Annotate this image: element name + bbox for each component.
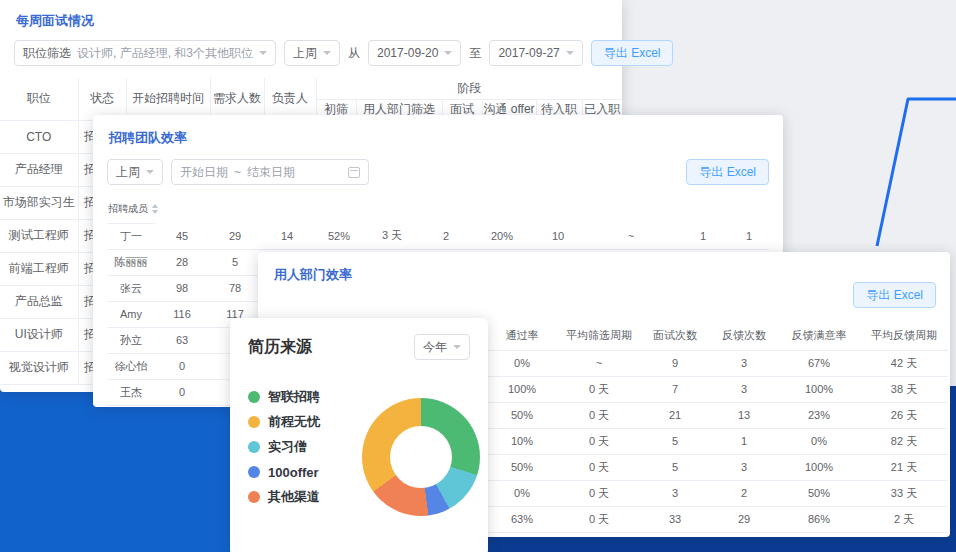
chevron-down-icon <box>259 51 267 59</box>
legend-item[interactable]: 100offer <box>248 465 358 479</box>
export-excel-button[interactable]: 导出 Excel <box>591 40 674 66</box>
column-header: 负责人 <box>264 78 316 120</box>
table-cell: 0 天 <box>558 480 640 506</box>
chevron-down-icon <box>146 170 154 178</box>
end-date-placeholder: 结束日期 <box>247 164 295 181</box>
legend-item[interactable]: 其他渠道 <box>248 490 358 504</box>
table-cell: 3 <box>710 454 778 480</box>
table-cell: 33 天 <box>860 480 948 506</box>
weekly-panel-title: 每周面试情况 <box>16 12 606 30</box>
table-cell: 10 <box>531 223 585 249</box>
department-table-header-row: 通过率平均筛选周期面试次数反馈次数反馈满意率平均反馈周期 <box>486 322 948 350</box>
column-header: 状态 <box>78 78 126 120</box>
table-cell: 3 天 <box>365 223 419 249</box>
chevron-down-icon <box>323 51 331 59</box>
table-row: 100%0 天73100%38 天 <box>486 376 948 402</box>
table-row: 63%0 天332986%2 天 <box>486 506 948 532</box>
resume-source-donut-chart[interactable] <box>362 398 480 516</box>
period-select-value: 今年 <box>423 339 447 356</box>
table-cell: 42 天 <box>860 350 948 376</box>
table-cell: 50% <box>778 480 860 506</box>
column-header: 反馈次数 <box>710 322 778 350</box>
table-row: 丁一45291452%3 天220%10~11 <box>107 223 769 249</box>
to-date-select[interactable]: 2017-09-27 <box>489 40 582 66</box>
team-panel-title: 招聘团队效率 <box>109 129 767 147</box>
from-date-value: 2017-09-20 <box>377 46 438 60</box>
table-cell: 14 <box>261 223 313 249</box>
table-cell: 86% <box>778 506 860 532</box>
table-cell: 0 天 <box>558 454 640 480</box>
team-filters: 上周 开始日期 ~ 结束日期 导出 Excel <box>107 159 769 185</box>
calendar-icon <box>348 167 360 178</box>
export-excel-button[interactable]: 导出 Excel <box>686 159 769 185</box>
resume-source-panel: 简历来源 今年 智联招聘前程无忧实习僧100offer其他渠道 <box>230 318 488 552</box>
legend-dot <box>248 441 260 453</box>
member-header-label: 招聘成员 <box>108 203 148 214</box>
table-cell: 3 <box>710 376 778 402</box>
table-cell: 0 天 <box>558 506 640 532</box>
table-cell: 9 <box>640 350 710 376</box>
table-cell: 丁一 <box>107 223 155 249</box>
recruiting-dashboard: 每周面试情况 职位筛选 设计师, 产品经理, 和3个其他职位 上周 从 2017… <box>0 0 956 552</box>
table-cell: 38 天 <box>860 376 948 402</box>
resume-source-legend: 智联招聘前程无忧实习僧100offer其他渠道 <box>248 390 358 504</box>
table-cell: 5 <box>209 249 261 275</box>
date-range-picker[interactable]: 开始日期 ~ 结束日期 <box>171 159 369 185</box>
table-row: 0%0 天3250%33 天 <box>486 480 948 506</box>
table-cell: 100% <box>778 454 860 480</box>
table-cell: 陈丽丽 <box>107 249 155 275</box>
table-cell: 100% <box>778 376 860 402</box>
table-cell: 7 <box>640 376 710 402</box>
legend-item[interactable]: 实习僧 <box>248 440 358 454</box>
range-separator: ~ <box>234 165 241 179</box>
table-cell: 20% <box>473 223 531 249</box>
table-cell: 5 <box>640 454 710 480</box>
position-filter-select[interactable]: 职位筛选 设计师, 产品经理, 和3个其他职位 <box>14 40 276 66</box>
table-cell: 45 <box>155 223 209 249</box>
table-cell: 29 <box>710 506 778 532</box>
legend-item[interactable]: 智联招聘 <box>248 390 358 404</box>
start-date-placeholder: 开始日期 <box>180 164 228 181</box>
column-header: 职位 <box>0 78 78 120</box>
table-cell: 67% <box>778 350 860 376</box>
resume-source-title: 简历来源 <box>248 337 312 358</box>
table-cell: 116 <box>155 301 209 327</box>
column-header-member-sortable[interactable]: 招聘成员 <box>107 195 155 223</box>
chevron-down-icon <box>566 51 574 59</box>
period-select[interactable]: 今年 <box>414 334 470 360</box>
table-row: 10%0 天510%82 天 <box>486 428 948 454</box>
table-cell: 0 <box>155 353 209 379</box>
weekly-table-header-row: 职位 状态 开始招聘时间 需求人数 负责人 阶段 <box>0 78 622 99</box>
legend-label: 其他渠道 <box>268 488 320 506</box>
column-header: 平均反馈周期 <box>860 322 948 350</box>
week-select[interactable]: 上周 <box>107 159 163 185</box>
table-cell: 33 <box>640 506 710 532</box>
stage-group-header: 阶段 <box>316 78 622 99</box>
legend-dot <box>248 491 260 503</box>
export-excel-button[interactable]: 导出 Excel <box>853 282 936 308</box>
column-header: 需求人数 <box>210 78 264 120</box>
table-cell: 10% <box>486 428 558 454</box>
table-cell: 0% <box>486 350 558 376</box>
table-cell: 1 <box>729 223 769 249</box>
week-select[interactable]: 上周 <box>284 40 340 66</box>
department-table-body: 0%~9367%42 天100%0 天73100%38 天50%0 天21132… <box>486 350 948 532</box>
from-date-select[interactable]: 2017-09-20 <box>368 40 461 66</box>
table-cell: 0 天 <box>558 376 640 402</box>
table-cell: 82 天 <box>860 428 948 454</box>
table-cell: CTO <box>0 120 78 153</box>
chevron-down-icon <box>444 51 452 59</box>
legend-label: 智联招聘 <box>268 388 320 406</box>
legend-label: 前程无忧 <box>268 413 320 431</box>
table-cell: 21 <box>640 402 710 428</box>
column-header: 反馈满意率 <box>778 322 860 350</box>
table-cell: 王杰 <box>107 379 155 405</box>
table-cell: 78 <box>209 275 261 301</box>
table-cell: 5 <box>640 428 710 454</box>
table-cell: Amy <box>107 301 155 327</box>
legend-item[interactable]: 前程无忧 <box>248 415 358 429</box>
table-cell: 0 天 <box>558 428 640 454</box>
table-cell: 徐心怡 <box>107 353 155 379</box>
from-label: 从 <box>348 45 360 62</box>
table-cell: 23% <box>778 402 860 428</box>
